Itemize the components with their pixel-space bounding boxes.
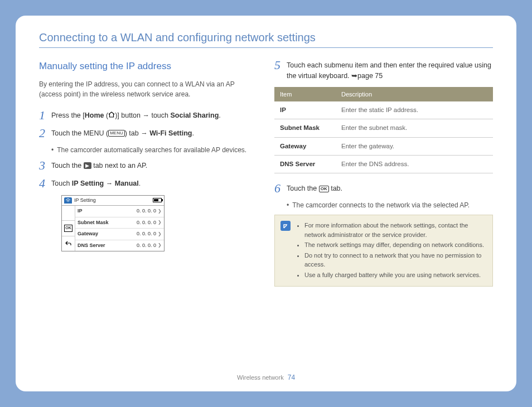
ok-icon: OK [319, 186, 329, 192]
step-text: Press the [Home ()] button → touch Socia… [51, 109, 258, 121]
table-header-desc: Description [336, 87, 493, 102]
table-row: Subnet MaskEnter the subnet mask. [274, 119, 493, 137]
step-text: Touch the OK tab. [287, 182, 493, 194]
device-row-subnet: Subnet Mask0. 0. 0. 0❯ [75, 217, 164, 229]
step-4: 4 Touch IP Setting → Manual. [39, 177, 258, 190]
note-item: Use a fully charged battery while you ar… [304, 270, 487, 280]
table-row: DNS ServerEnter the DNS address. [274, 155, 493, 173]
step-text: Touch the MENU (MENU) tab → Wi-Fi Settin… [51, 127, 258, 139]
step-3: 3 Touch the ▶ tab next to an AP. [39, 159, 258, 172]
device-rows: IP0. 0. 0. 0❯ Subnet Mask0. 0. 0. 0❯ Gat… [75, 206, 164, 251]
step-number: 1 [39, 109, 51, 122]
content-columns: Manually setting the IP address By enter… [39, 59, 493, 370]
parameter-table: Item Description IPEnter the static IP a… [274, 87, 493, 174]
step-6: 6 Touch the OK tab. [274, 182, 493, 195]
note-item: For more information about the network s… [304, 221, 487, 239]
step-2-bullet: The camcorder automatically searches for… [51, 145, 258, 155]
manual-page: Connecting to a WLAN and configuring net… [16, 16, 516, 391]
table-header-item: Item [274, 87, 336, 102]
note-list: For more information about the network s… [296, 221, 487, 280]
battery-icon [153, 198, 162, 202]
device-header: IP Setting [62, 196, 164, 206]
ip-setting-screenshot: IP Setting OK IP0. 0. 0. 0❯ Subnet Mask0… [61, 195, 165, 252]
right-column: 5 Touch each submenu item and then enter… [274, 59, 493, 370]
step-6-bullet: The camcorder connects to the network vi… [287, 200, 493, 210]
step-text: Touch the ▶ tab next to an AP. [51, 159, 258, 171]
chevron-right-icon: ❯ [158, 219, 162, 226]
note-item: The network settings may differ, dependi… [304, 240, 487, 250]
step-2: 2 Touch the MENU (MENU) tab → Wi-Fi Sett… [39, 127, 258, 139]
device-row-ip: IP0. 0. 0. 0❯ [75, 206, 164, 217]
arrow-right-icon: ▶ [84, 162, 91, 169]
note-box: For more information about the network s… [274, 215, 493, 287]
step-number: 5 [274, 59, 287, 71]
step-number: 4 [39, 177, 51, 190]
home-icon [108, 110, 115, 121]
footer-page-number: 74 [288, 374, 295, 381]
table-header-row: Item Description [274, 87, 493, 102]
step-5: 5 Touch each submenu item and then enter… [274, 59, 493, 81]
page-footer: Wireless network 74 [39, 370, 493, 381]
chevron-right-icon: ❯ [158, 208, 162, 215]
footer-section: Wireless network [237, 374, 284, 381]
device-body: OK IP0. 0. 0. 0❯ Subnet Mask0. 0. 0. 0❯ … [62, 206, 164, 251]
svg-point-0 [67, 201, 69, 202]
step-text: Touch each submenu item and then enter t… [287, 59, 493, 81]
step-text: Touch IP Setting → Manual. [51, 177, 258, 189]
device-sidebar: OK [62, 206, 75, 251]
step-number: 6 [274, 182, 287, 195]
step-number: 2 [39, 127, 51, 139]
note-item: Do not try to connect to a network that … [304, 251, 487, 269]
device-title: IP Setting [74, 197, 96, 205]
chevron-right-icon: ❯ [158, 242, 162, 249]
left-column: Manually setting the IP address By enter… [39, 59, 258, 370]
table-row: IPEnter the static IP address. [274, 101, 493, 119]
device-back-button [62, 236, 75, 251]
wifi-icon [64, 197, 72, 204]
chevron-right-icon: ❯ [158, 231, 162, 238]
step-number: 3 [39, 159, 51, 172]
menu-icon: MENU [108, 130, 125, 137]
note-icon [280, 221, 291, 231]
device-side-blank [62, 206, 75, 221]
table-row: GatewayEnter the gateway. [274, 137, 493, 155]
intro-text: By entering the IP address, you can conn… [39, 79, 258, 99]
device-ok-button: OK [62, 221, 75, 236]
device-row-gateway: Gateway0. 0. 0. 0❯ [75, 229, 164, 240]
step-1: 1 Press the [Home ()] button → touch Soc… [39, 109, 258, 122]
device-row-dns: DNS Server0. 0. 0. 0❯ [75, 240, 164, 251]
section-title: Manually setting the IP address [39, 59, 258, 74]
page-title: Connecting to a WLAN and configuring net… [39, 31, 493, 48]
